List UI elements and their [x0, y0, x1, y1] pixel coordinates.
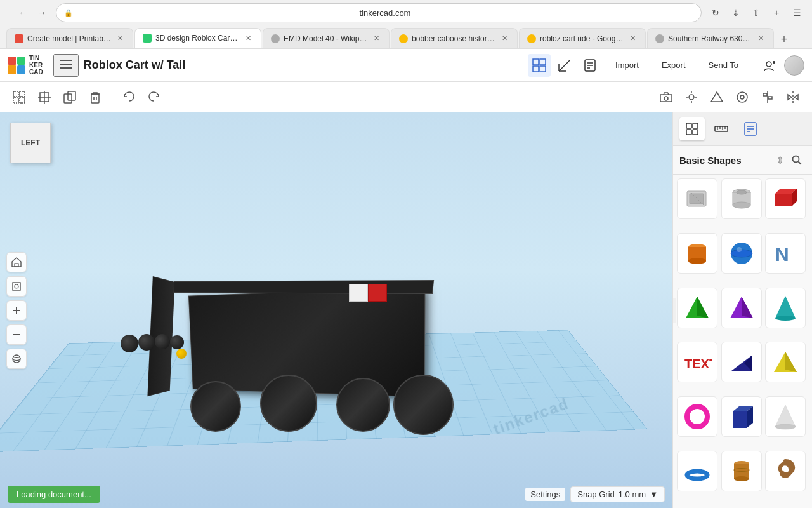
undo-tool[interactable] — [117, 86, 140, 109]
shape-cylinder[interactable] — [677, 233, 717, 274]
settings-label[interactable]: Settings — [525, 488, 565, 501]
search-shapes-button[interactable] — [788, 151, 806, 169]
zoom-out-button[interactable] — [6, 324, 27, 345]
shape-pyramid-yellow[interactable] — [765, 342, 806, 382]
align-tool[interactable] — [756, 86, 779, 109]
zoom-in-button[interactable] — [6, 300, 27, 321]
shape-cone-gray[interactable] — [765, 396, 806, 437]
shape-cylinder-hole[interactable] — [721, 178, 762, 219]
cart-wheel-4 — [393, 375, 454, 435]
tab-wiki2[interactable]: Southern Railway 630 - Wikipe... ✕ — [647, 28, 774, 48]
shapes-category-selector[interactable]: Basic Shapes — [679, 155, 772, 166]
shape-ring-blue[interactable] — [677, 451, 717, 491]
shape-pyramid-green[interactable] — [677, 288, 717, 328]
shape-pyramid-purple[interactable] — [721, 288, 762, 328]
tab-wikipedia[interactable]: EMD Model 40 - Wikipedia ✕ — [263, 28, 390, 48]
camera-tool[interactable] — [655, 86, 678, 109]
flag-white — [349, 284, 368, 302]
tab-close-wiki2[interactable]: ✕ — [756, 34, 766, 44]
tab-favicon-google2 — [527, 34, 536, 43]
mirror-tool[interactable] — [782, 86, 804, 109]
select-all-tool[interactable] — [8, 86, 30, 109]
tab-google1[interactable]: bobber caboose history - Goog... ✕ — [391, 28, 518, 48]
svg-rect-51 — [686, 123, 691, 128]
tab-printables[interactable]: Create model | Printables.com ✕ — [6, 28, 133, 48]
shape-tool[interactable] — [705, 86, 728, 109]
redo-tool[interactable] — [143, 86, 166, 109]
sendto-button[interactable]: Send To — [700, 57, 747, 74]
ruler-panel-button[interactable] — [709, 117, 734, 140]
export-button[interactable]: Export — [653, 57, 695, 74]
tail-connector — [176, 349, 187, 359]
svg-rect-19 — [13, 98, 18, 103]
tab-close-google2[interactable]: ✕ — [627, 34, 638, 44]
shape-sphere[interactable] — [721, 233, 762, 274]
snap-grid-control[interactable]: Snap Grid 1.0 mm ▼ — [570, 486, 665, 502]
viewport-controls — [6, 252, 27, 369]
shape-cone-teal[interactable] — [765, 288, 806, 328]
topbar-actions: Import Export Send To — [606, 57, 747, 74]
shape-box[interactable] — [765, 178, 806, 219]
tab-close-printables[interactable]: ✕ — [115, 34, 125, 44]
tab-close-wikipedia[interactable]: ✕ — [371, 34, 381, 44]
forward-button[interactable]: → — [33, 4, 51, 22]
svg-point-29 — [664, 97, 668, 100]
orbit-button[interactable] — [6, 349, 27, 369]
add-user-button[interactable] — [757, 54, 780, 77]
tab-favicon-google1 — [399, 34, 408, 43]
home-view-button[interactable] — [6, 252, 27, 272]
view-cube[interactable]: LEFT — [10, 123, 61, 173]
import-button[interactable]: Import — [606, 57, 648, 74]
fit-view-button[interactable] — [6, 276, 27, 297]
light-tool[interactable] — [680, 86, 703, 109]
back-button[interactable]: ← — [14, 4, 32, 22]
address-bar[interactable]: 🔒 tinkercad.com — [56, 3, 702, 22]
cart-model — [102, 222, 469, 444]
snap-grid-value: 1.0 mm — [619, 490, 646, 499]
extensions-button[interactable]: ☰ — [788, 4, 806, 22]
notes-panel-button[interactable] — [738, 117, 763, 140]
user-avatar[interactable] — [784, 55, 804, 76]
svg-marker-41 — [788, 95, 792, 100]
download-button[interactable]: ⇣ — [727, 4, 745, 22]
right-panel: ❯ Basic Shapes ⇕ — [672, 112, 812, 508]
tab-close-google1[interactable]: ✕ — [499, 34, 509, 44]
viewport[interactable]: tinkercad — [0, 112, 672, 508]
annotation-tool[interactable] — [731, 86, 754, 109]
shape-text-default[interactable]: N — [765, 233, 806, 274]
shapes-panel-button[interactable] — [679, 117, 705, 140]
panel-collapse-button[interactable]: ❯ — [672, 298, 676, 323]
view-cube-face[interactable]: LEFT — [10, 123, 51, 163]
shape-torus-pink[interactable] — [677, 396, 717, 437]
measure-view-button[interactable] — [553, 54, 576, 77]
category-dropdown-icon[interactable]: ⇕ — [776, 154, 784, 166]
app-topbar: TINKERCAD Roblox Cart w/ Tail Import — [0, 49, 812, 82]
tab-close-tinkercad[interactable]: ✕ — [243, 33, 253, 43]
grid-view-button[interactable] — [528, 54, 551, 77]
tail-ball-1 — [121, 335, 138, 352]
shape-text-red[interactable]: TEXT — [677, 342, 717, 382]
delete-tool[interactable] — [84, 86, 107, 109]
new-tab-icon[interactable]: + — [775, 30, 793, 48]
new-tab-button[interactable]: + — [768, 4, 785, 22]
refresh-button[interactable]: ↻ — [707, 4, 724, 22]
tab-title-printables: Create model | Printables.com — [27, 34, 111, 43]
cart-wheel-3 — [336, 378, 390, 432]
tab-google2[interactable]: robloz cart ride - Google Search ✕ — [519, 28, 646, 48]
move-tool[interactable] — [33, 86, 56, 109]
share-button[interactable]: ⇧ — [747, 4, 765, 22]
shape-box-hole[interactable] — [677, 178, 717, 219]
shape-knot[interactable] — [765, 451, 806, 491]
tab-tinkercad[interactable]: 3D design Roblox Cart w/ Tail |... ✕ — [134, 28, 261, 48]
svg-rect-67 — [690, 194, 704, 204]
notes-view-button[interactable] — [579, 54, 601, 77]
shape-wedge-blue[interactable] — [721, 342, 762, 382]
panel-header — [673, 112, 812, 146]
menu-button[interactable] — [53, 54, 79, 77]
duplicate-tool[interactable] — [58, 86, 81, 109]
shape-barrel[interactable] — [721, 451, 762, 491]
svg-point-72 — [737, 190, 747, 194]
shape-prism-blue[interactable] — [721, 396, 762, 437]
view-cube-label: LEFT — [21, 138, 40, 147]
main-area: tinkercad — [0, 112, 812, 508]
